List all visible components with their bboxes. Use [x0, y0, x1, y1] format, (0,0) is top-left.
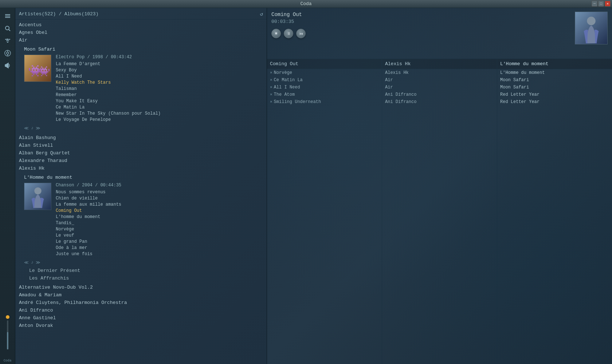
album-row-lhomme: Chanson / 2004 / 00:44:35 Nous sommes re…: [19, 181, 263, 258]
queue-track-label: Norvège: [274, 70, 379, 75]
track-kelly-watch-the-stars[interactable]: Kelly Watch The Stars: [56, 80, 263, 86]
album-info-moon-safari: Electro Pop / 1998 / 00:43:42 La Femme D…: [56, 55, 263, 123]
queue-remove-icon[interactable]: ×: [270, 92, 272, 97]
queue-track-label: All I Need: [274, 85, 379, 90]
volume-area: [6, 315, 9, 349]
track-talisman[interactable]: Talisman: [56, 86, 263, 92]
album-meta-moon-safari: Electro Pop / 1998 / 00:43:42: [56, 55, 263, 60]
svg-line-4: [9, 29, 10, 31]
queue-album-5[interactable]: Red Letter Year: [497, 98, 612, 106]
artist-accentus[interactable]: Accentus: [15, 21, 267, 29]
track-ce-matin-la[interactable]: Ce Matin La: [56, 104, 263, 110]
album2-next-btn[interactable]: ≫: [36, 260, 40, 265]
queue-item-the-atom[interactable]: × The Atom: [267, 91, 382, 98]
queue-artist-label: Air: [385, 85, 494, 90]
track-la-femme-dargent[interactable]: La Femme D'argent: [56, 61, 263, 67]
now-playing-album-art: [575, 12, 608, 44]
queue-album-label: Moon Safari: [500, 78, 609, 83]
filter-icon[interactable]: [3, 36, 13, 46]
left-panel-header: Artistes(522) / Albums(1023) ↺: [15, 8, 267, 20]
album-controls-moon-safari: ≪ ♪ ≫: [19, 124, 263, 132]
artist-alexis-hk[interactable]: Alexis Hk: [15, 165, 267, 172]
speaker-icon[interactable]: [3, 60, 13, 71]
tracklist-moon-safari: La Femme D'argent Sexy Boy All I Need Ke…: [56, 61, 263, 123]
album-name-moon-safari[interactable]: Moon Safari: [19, 46, 263, 53]
artist-alan-stivell[interactable]: Alan Stivell: [15, 142, 267, 149]
queue-column-artists: Alexis Hk Air Air Ani Difranco Ani Difra…: [382, 69, 497, 364]
maximize-button[interactable]: □: [598, 1, 604, 7]
artist-anton-dvorak[interactable]: Anton Dvorak: [15, 322, 267, 329]
close-button[interactable]: ✕: [605, 1, 611, 7]
queue-artist-2[interactable]: Air: [382, 76, 497, 84]
search-icon[interactable]: [3, 23, 13, 33]
track-all-i-need[interactable]: All I Need: [56, 74, 263, 79]
artist-air[interactable]: Air: [15, 36, 267, 44]
queue-item-smiling-underneath[interactable]: × Smiling Underneath: [267, 98, 382, 106]
artist-alban-berg-quartet[interactable]: Alban Berg Quartet: [15, 149, 267, 157]
artist-ani-difranco[interactable]: Ani Difranco: [15, 306, 267, 314]
queue-item-ce-matin-la[interactable]: × Ce Matin La: [267, 76, 382, 84]
album-play-btn[interactable]: ♪: [31, 126, 34, 131]
artist-andre-cluytens[interactable]: André Cluytens, Philharmonia Orchestra: [15, 299, 267, 306]
refresh-button[interactable]: ↺: [260, 11, 263, 17]
album-name-lhomme[interactable]: L'Homme du moment: [19, 174, 263, 181]
queue-remove-icon[interactable]: ×: [270, 78, 272, 82]
track-juste-une-fois[interactable]: Juste une fois: [56, 251, 263, 257]
titlebar: Coda ─ □ ✕: [0, 0, 612, 8]
pause-button[interactable]: ⏸: [284, 29, 293, 38]
track-norvege[interactable]: Norvège: [56, 226, 263, 232]
queue-album-4[interactable]: Red Letter Year: [497, 91, 612, 98]
artist-alain-bashung[interactable]: Alain Bashung: [15, 134, 267, 142]
prev-button[interactable]: ⏮: [296, 29, 306, 38]
track-ode-a-la-mer[interactable]: Ode à la mer: [56, 245, 263, 251]
queue-column-tracks: × Norvège × Ce Matin La × All I Need × T…: [267, 69, 382, 364]
sub-album-le-dernier-present[interactable]: Le Dernier Présent: [19, 267, 263, 274]
volume-track[interactable]: [7, 320, 8, 349]
track-le-voyage-de-penelope[interactable]: Le Voyage De Penelope: [56, 117, 263, 123]
queue-artist-4[interactable]: Ani Difranco: [382, 91, 497, 98]
queue-item-norvege[interactable]: × Norvège: [267, 69, 382, 76]
queue-album-2[interactable]: Moon Safari: [497, 76, 612, 84]
queue-col2-header: Alexis Hk: [382, 59, 497, 69]
sub-album-les-affranchis[interactable]: Les Affranchis: [19, 274, 263, 282]
track-le-veuf[interactable]: Le veuf: [56, 233, 263, 238]
track-la-femme-aux-mille-amants[interactable]: La femme aux mille amants: [56, 202, 263, 207]
track-nous-sommes-revenus[interactable]: Nous sommes revenus: [56, 189, 263, 195]
queue-album-1[interactable]: L'Homme du moment: [497, 69, 612, 76]
now-playing-section: Coming Out 00:03:35 ■ ⏸ ⏮: [267, 8, 612, 59]
queue-album-label: Moon Safari: [500, 85, 609, 90]
track-you-make-it-easy[interactable]: You Make It Easy: [56, 98, 263, 104]
settings-icon[interactable]: [3, 11, 13, 21]
queue-remove-icon[interactable]: ×: [270, 71, 272, 75]
artist-alexandre-tharaud[interactable]: Alexandre Tharaud: [15, 157, 267, 165]
queue-artist-5[interactable]: Ani Difranco: [382, 98, 497, 106]
album-next-btn[interactable]: ≫: [36, 126, 40, 131]
track-tandis[interactable]: Tandis_: [56, 220, 263, 226]
minimize-button[interactable]: ─: [592, 1, 597, 7]
queue-artist-1[interactable]: Alexis Hk: [382, 69, 497, 76]
queue-album-3[interactable]: Moon Safari: [497, 84, 612, 91]
artist-browser[interactable]: Accentus Agnes Obel Air Moon Safari: [15, 20, 267, 364]
artist-agnes-obel[interactable]: Agnes Obel: [15, 29, 267, 36]
album-prev-btn[interactable]: ≪: [24, 126, 29, 131]
stop-button[interactable]: ■: [271, 29, 281, 38]
now-playing-time: 00:03:35: [271, 19, 570, 24]
queue-item-all-i-need[interactable]: × All I Need: [267, 84, 382, 91]
track-coming-out[interactable]: Coming Out: [56, 208, 263, 214]
queue-remove-icon[interactable]: ×: [270, 100, 272, 104]
artist-anne-gastinel[interactable]: Anne Gastinel: [15, 314, 267, 322]
track-lhomme-du-moment[interactable]: L'homme du moment: [56, 214, 263, 220]
track-remember[interactable]: Remember: [56, 92, 263, 98]
track-new-star-in-the-sky[interactable]: New Star In The Sky (Chanson pour Solal): [56, 111, 263, 116]
queue-remove-icon[interactable]: ×: [270, 85, 272, 90]
queue-artist-3[interactable]: Air: [382, 84, 497, 91]
artist-amadou-mariam[interactable]: Amadou & Mariam: [15, 291, 267, 299]
library-icon[interactable]: [3, 48, 13, 58]
track-le-grand-pan[interactable]: Le grand Pan: [56, 239, 263, 245]
album2-play-btn[interactable]: ♪: [31, 260, 34, 265]
album2-prev-btn[interactable]: ≪: [24, 260, 29, 265]
sidebar: Coda: [0, 8, 15, 364]
artist-alternative-novo-dub[interactable]: Alternative Novo-Dub Vol.2: [15, 284, 267, 291]
track-sexy-boy[interactable]: Sexy Boy: [56, 67, 263, 73]
track-chien-de-vieille[interactable]: Chien de vieille: [56, 195, 263, 201]
